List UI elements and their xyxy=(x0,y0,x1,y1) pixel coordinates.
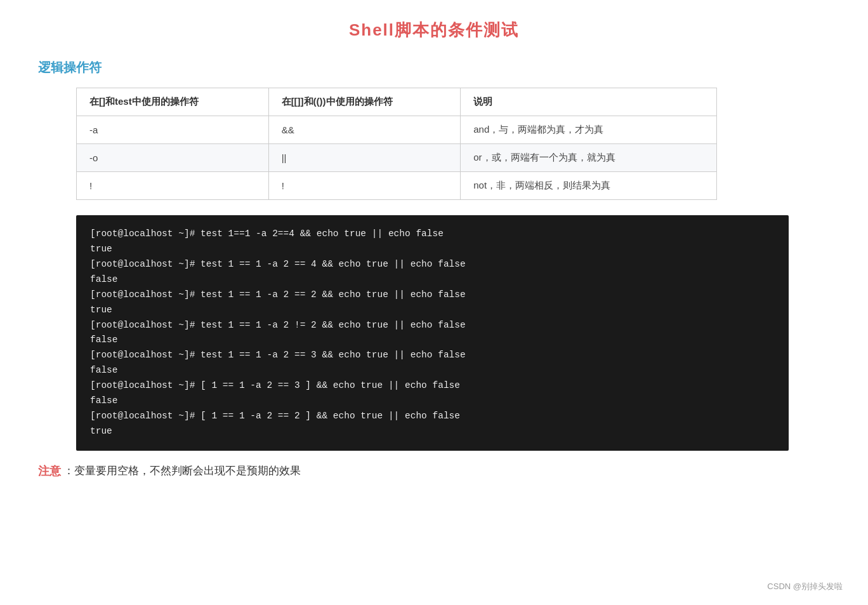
table-cell-1-2: or，或，两端有一个为真，就为真 xyxy=(461,144,717,172)
table-cell-2-1: ! xyxy=(268,172,461,200)
logic-table: 在[]和test中使用的操作符 在[[]]和(())中使用的操作符 说明 -a&… xyxy=(76,88,717,200)
table-cell-1-0: -o xyxy=(77,144,269,172)
table-header-col2: 在[[]]和(())中使用的操作符 xyxy=(268,88,461,116)
table-header-row: 在[]和test中使用的操作符 在[[]]和(())中使用的操作符 说明 xyxy=(77,88,717,116)
notice-text: ：变量要用空格，不然判断会出现不是预期的效果 xyxy=(63,463,301,478)
table-cell-2-2: not，非，两端相反，则结果为真 xyxy=(461,172,717,200)
table-cell-1-1: || xyxy=(268,144,461,172)
table-header-col1: 在[]和test中使用的操作符 xyxy=(77,88,269,116)
table-cell-0-1: && xyxy=(268,116,461,144)
notice-line: 注意 ：变量要用空格，不然判断会出现不是预期的效果 xyxy=(38,463,830,479)
table-row: !!not，非，两端相反，则结果为真 xyxy=(77,172,717,200)
table-cell-0-0: -a xyxy=(77,116,269,144)
logic-table-container: 在[]和test中使用的操作符 在[[]]和(())中使用的操作符 说明 -a&… xyxy=(76,88,830,200)
code-block: [root@localhost ~]# test 1==1 -a 2==4 &&… xyxy=(76,215,789,451)
table-row: -a&&and，与，两端都为真，才为真 xyxy=(77,116,717,144)
table-cell-0-2: and，与，两端都为真，才为真 xyxy=(461,116,717,144)
section-heading: 逻辑操作符 xyxy=(38,59,830,76)
page-title: Shell脚本的条件测试 xyxy=(38,19,830,41)
notice-label: 注意 xyxy=(38,463,61,479)
table-header-col3: 说明 xyxy=(461,88,717,116)
table-cell-2-0: ! xyxy=(77,172,269,200)
table-row: -o||or，或，两端有一个为真，就为真 xyxy=(77,144,717,172)
footer-brand: CSDN @别掉头发啦 xyxy=(767,581,843,592)
